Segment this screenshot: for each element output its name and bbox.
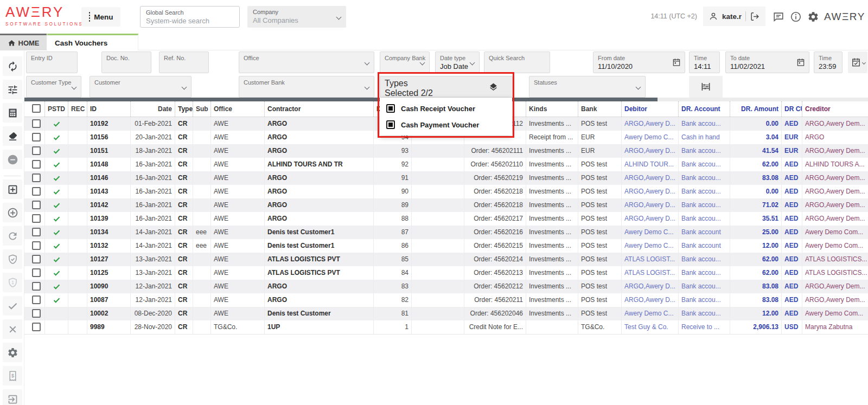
statuses-select[interactable]: Statuses [529,76,646,98]
office-select[interactable]: Office [239,52,374,73]
table-row[interactable]: 1000208-Dec-2020CRAWEDenis test Customer… [24,307,868,320]
header-dr_cur[interactable]: DR CUR [781,101,802,117]
row-checkbox[interactable] [32,228,41,236]
feedback-icon[interactable] [773,11,784,23]
cell-sel[interactable] [24,266,44,280]
company-select[interactable]: Company All Companies [247,6,346,28]
header-dr_account[interactable]: DR. Account [678,101,730,117]
cell-debitor[interactable]: Test Guy & Co. [621,320,678,334]
cell-dr_account[interactable]: Bank account [678,239,730,253]
cell-dr_account[interactable]: Bank accou... [678,171,730,185]
cell-dr_account[interactable]: Bank accou... [678,212,730,226]
table-row[interactable]: 998928-Nov-2020CRTG&Co.1UP1Credit Note f… [24,320,868,334]
header-office[interactable]: Office [210,101,264,117]
customer-select[interactable]: Customer [90,76,192,98]
cell-sel[interactable] [24,280,44,293]
header-contractor[interactable]: Contractor [264,101,373,117]
cell-sel[interactable] [24,144,44,158]
tab-cash-vouchers[interactable]: Cash Vouchers [47,34,138,50]
cell-debitor[interactable]: Awery Demo C... [621,307,678,320]
cell-sel[interactable] [24,171,44,185]
settings-gear-icon[interactable] [807,11,819,23]
exit-button[interactable] [3,389,22,405]
shield-check-button[interactable] [3,249,22,269]
cell-debitor[interactable]: ARGO,Awery D... [621,293,678,307]
entry-id-field[interactable]: Entry ID [26,52,78,73]
tab-home[interactable]: HOME [0,34,47,50]
header-rec[interactable]: REC [68,101,87,117]
row-checkbox[interactable] [32,201,41,209]
cell-debitor[interactable]: ARGO,Awery D... [621,144,678,158]
cell-debitor[interactable]: ARGO,Awery D... [621,171,678,185]
header-date[interactable]: Date [130,101,175,117]
header-dr_amount[interactable]: DR. Amount [730,101,781,117]
cell-sel[interactable] [24,293,44,307]
table-row[interactable]: 1014816-Jan-2021CRAWEALHIND TOURS AND TR… [24,158,868,171]
row-checkbox[interactable] [32,282,41,291]
cell-sel[interactable] [24,198,44,212]
cell-dr_account[interactable]: Bank accou... [678,198,730,212]
checkbox-checked-icon[interactable] [386,120,395,129]
cell-sel[interactable] [24,226,44,239]
types-option[interactable]: Cash Receipt Voucher [380,100,512,117]
table-row[interactable]: 1012513-Jan-2021CRAWEATLAS LOGISTICS PVT… [24,266,868,280]
cell-sel[interactable] [24,212,44,226]
cell-debitor[interactable]: Awery Demo C... [621,239,678,253]
quick-search-field[interactable]: Quick Search [484,52,550,73]
cell-sel[interactable] [24,117,44,131]
doc-no-field[interactable]: Doc. No. [101,52,151,73]
row-checkbox[interactable] [32,268,41,277]
row-checkbox[interactable] [32,119,41,128]
cell-debitor[interactable]: ATLAS LOGIST... [621,253,678,266]
table-row[interactable]: 1013916-Jan-2021CRAWEARGO88Order: 456202… [24,212,868,226]
row-checkbox[interactable] [32,309,41,318]
header-pstd[interactable]: PSTD [44,101,68,117]
cell-debitor[interactable]: ARGO,Awery D... [621,185,678,198]
add-box-button[interactable] [3,179,22,199]
row-checkbox[interactable] [32,214,41,223]
row-checkbox[interactable] [32,255,41,263]
company-bank-select[interactable]: Company Bank [380,52,430,73]
header-sel[interactable] [24,101,44,117]
row-checkbox[interactable] [32,160,41,169]
cell-debitor[interactable]: ARGO,Awery D... [621,117,678,131]
horizontal-scrollbar-thumb[interactable] [24,98,658,101]
refresh-button[interactable] [3,56,22,76]
customer-type-select[interactable]: Customer Type [26,76,81,98]
calendar-icon[interactable] [672,57,681,67]
header-bank[interactable]: Bank [578,101,621,117]
table-row[interactable]: 1013414-Jan-2021CReeeAWEDenis test Custo… [24,226,868,239]
header-type[interactable]: Type [175,101,193,117]
ref-no-field[interactable]: Ref. No. [159,52,209,73]
cell-dr_account[interactable]: Bank accou... [678,117,730,131]
types-option[interactable]: Cash Payment Voucher [380,117,512,133]
cell-dr_account[interactable]: Bank accou... [678,293,730,307]
cell-dr_account[interactable]: Bank accou... [678,144,730,158]
invoice-button[interactable] [3,103,22,123]
row-checkbox[interactable] [32,323,41,331]
date-preset-button[interactable] [848,52,867,73]
customer-bank-select[interactable]: Customer Bank [239,76,374,98]
eraser-button[interactable] [3,126,22,146]
cell-debitor[interactable]: Awery Demo C... [621,131,678,144]
cell-dr_account[interactable]: Receive to ... [678,320,730,334]
checkbox-checked-icon[interactable] [386,104,395,113]
cell-sel[interactable] [24,158,44,171]
table-row[interactable]: 1012713-Jan-2021CRAWEATLAS LOGISTICS PVT… [24,253,868,266]
global-search-input[interactable]: Global Search System-wide search [140,6,240,28]
row-checkbox[interactable] [32,146,41,155]
user-menu[interactable]: kate.r [703,7,765,26]
header-id[interactable]: ID [87,101,130,117]
info-icon[interactable] [790,11,802,23]
cell-debitor[interactable]: ARGO,Awery D... [621,280,678,293]
remove-circle-button[interactable] [3,150,22,169]
row-checkbox[interactable] [32,187,41,196]
receipt-dollar-button[interactable]: $ [3,366,22,385]
cell-dr_account[interactable]: Bank accou... [678,266,730,280]
table-row[interactable]: 1008712-Jan-2021CRAWEARGO82Order: 456202… [24,293,868,307]
check-button[interactable] [3,296,22,316]
cell-dr_account[interactable]: Cash in hand [678,131,730,144]
cell-dr_account[interactable]: Bank accou... [678,280,730,293]
header-creditor[interactable]: Creditor [802,101,868,117]
cell-dr_account[interactable]: Bank account [678,226,730,239]
